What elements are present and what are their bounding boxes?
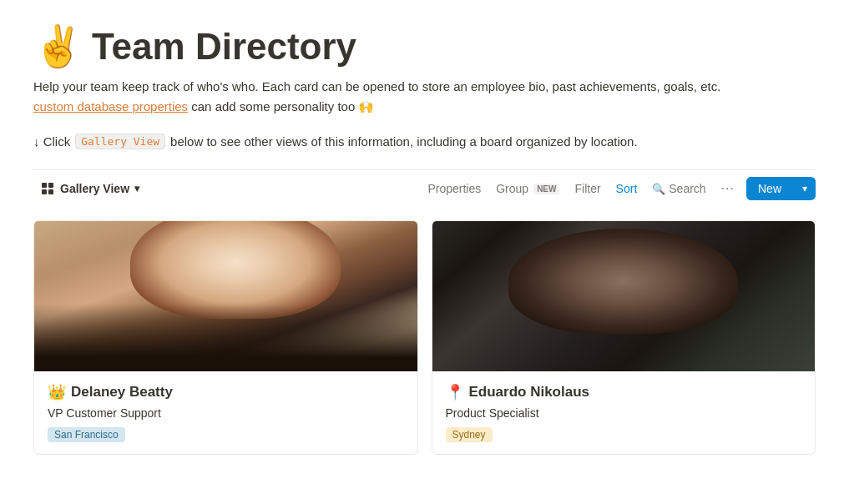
card-name-text-eduardo: Eduardo Nikolaus xyxy=(469,384,590,401)
sort-button[interactable]: Sort xyxy=(609,178,644,199)
page-title: Team Directory xyxy=(92,27,356,67)
card-eduardo[interactable]: 📍 Eduardo Nikolaus Product Specialist Sy… xyxy=(432,220,816,455)
properties-label: Properties xyxy=(427,182,481,195)
new-button-label: New xyxy=(746,177,793,200)
new-button-arrow: ▾ xyxy=(794,178,816,199)
gallery-view-label: Gallery View xyxy=(60,182,129,195)
group-new-badge: NEW xyxy=(533,184,559,194)
card-tag-eduardo: Sydney xyxy=(446,427,493,442)
card-image-eduardo xyxy=(432,221,816,371)
sort-label: Sort xyxy=(616,182,638,195)
description-text-2: can add some personality too 🙌 xyxy=(188,99,374,113)
search-icon: 🔍 xyxy=(652,183,665,195)
toolbar-right: Properties Group NEW Filter Sort 🔍 Searc… xyxy=(421,177,816,200)
card-name-text-delaney: Delaney Beatty xyxy=(71,384,173,401)
three-dots-icon: ··· xyxy=(721,181,735,196)
svg-rect-0 xyxy=(42,183,47,188)
toolbar: Gallery View ▾ Properties Group NEW Filt… xyxy=(33,169,816,207)
gallery-view-button[interactable]: Gallery View ▾ xyxy=(33,178,146,199)
search-button[interactable]: 🔍 Search xyxy=(645,178,712,199)
click-hint-prefix: ↓ Click xyxy=(33,134,70,149)
page-header: ✌️ Team Directory xyxy=(33,27,816,67)
page-emoji: ✌️ xyxy=(33,27,83,67)
card-tag-delaney: San Francisco xyxy=(48,427,125,442)
card-content-delaney: 👑 Delaney Beatty VP Customer Support San… xyxy=(34,371,417,454)
click-hint: ↓ Click Gallery View below to see other … xyxy=(33,134,816,149)
page-container: ✌️ Team Directory Help your team keep tr… xyxy=(0,0,849,488)
group-label: Group xyxy=(496,182,528,195)
properties-button[interactable]: Properties xyxy=(421,178,488,199)
new-button[interactable]: New ▾ xyxy=(746,177,816,200)
svg-rect-1 xyxy=(48,183,53,188)
card-role-eduardo: Product Specialist xyxy=(446,406,802,420)
card-image-delaney xyxy=(34,221,417,371)
click-hint-suffix: below to see other views of this informa… xyxy=(170,134,638,149)
description-link[interactable]: custom database properties xyxy=(33,99,188,113)
card-delaney[interactable]: 👑 Delaney Beatty VP Customer Support San… xyxy=(33,220,418,455)
toolbar-left: Gallery View ▾ xyxy=(33,178,417,199)
svg-rect-3 xyxy=(48,189,53,194)
card-content-eduardo: 📍 Eduardo Nikolaus Product Specialist Sy… xyxy=(432,371,816,454)
chevron-down-icon: ▾ xyxy=(134,183,139,194)
card-emoji-delaney: 👑 xyxy=(48,383,66,401)
filter-button[interactable]: Filter xyxy=(568,178,607,199)
card-role-delaney: VP Customer Support xyxy=(48,406,404,420)
page-description: Help your team keep track of who's who. … xyxy=(33,77,816,117)
search-label: Search xyxy=(669,182,705,195)
filter-label: Filter xyxy=(574,182,600,195)
gallery-icon xyxy=(40,181,55,196)
gallery-view-tag: Gallery View xyxy=(75,134,165,149)
svg-rect-2 xyxy=(42,189,47,194)
more-options-button[interactable]: ··· xyxy=(715,177,741,200)
description-text-1: Help your team keep track of who's who. … xyxy=(33,79,720,93)
card-emoji-eduardo: 📍 xyxy=(446,383,464,401)
group-button[interactable]: Group NEW xyxy=(489,178,566,199)
card-name-delaney: 👑 Delaney Beatty xyxy=(48,383,404,401)
gallery-grid: 👑 Delaney Beatty VP Customer Support San… xyxy=(33,220,816,455)
card-name-eduardo: 📍 Eduardo Nikolaus xyxy=(446,383,802,401)
